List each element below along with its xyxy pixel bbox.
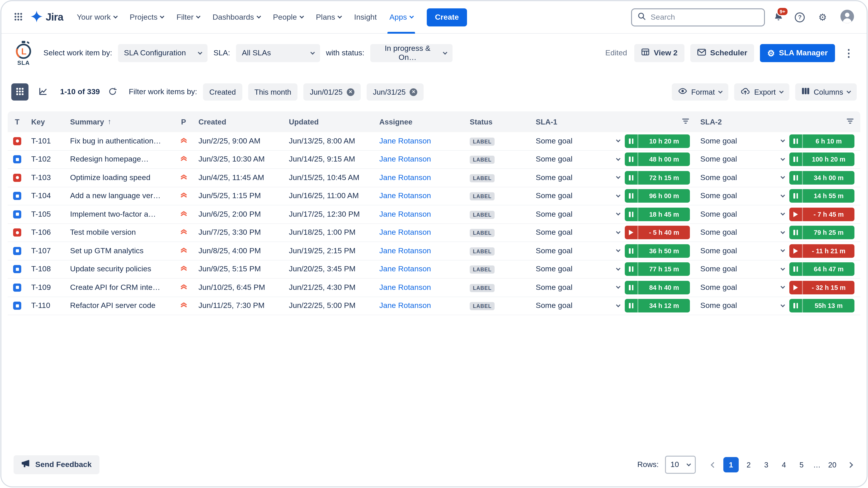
sla2-goal-dropdown[interactable]: Some goal (700, 228, 784, 237)
col-header-created[interactable]: Created (194, 118, 284, 126)
col-header-updated[interactable]: Updated (284, 118, 375, 126)
remove-chip-icon[interactable]: ✕ (347, 88, 354, 96)
global-search[interactable] (631, 8, 765, 26)
filter-funnel-icon[interactable] (846, 118, 854, 126)
sla1-goal-dropdown[interactable]: Some goal (536, 210, 620, 219)
issue-summary[interactable]: Add a new language ver… (66, 192, 173, 201)
filter-chip-date-to[interactable]: Jun/31/25 ✕ (367, 84, 424, 101)
page-button-20[interactable]: 20 (825, 457, 840, 473)
sla2-goal-dropdown[interactable]: Some goal (700, 301, 784, 311)
issue-summary[interactable]: Refactor API server code (66, 301, 173, 311)
sla1-goal-dropdown[interactable]: Some goal (536, 155, 620, 164)
sla2-goal-dropdown[interactable]: Some goal (700, 192, 784, 201)
table-row[interactable]: T-103 Optimize loading speed Jun/4/25, 1… (8, 169, 860, 187)
sla1-goal-dropdown[interactable]: Some goal (536, 265, 620, 274)
grid-view-toggle[interactable] (11, 84, 29, 101)
sla-dropdown[interactable]: All SLAs (236, 44, 320, 62)
issue-summary[interactable]: Optimize loading speed (66, 173, 173, 182)
jira-brand[interactable]: Jira (28, 10, 68, 24)
more-options-button[interactable]: ⋮ (841, 47, 857, 59)
assignee-link[interactable]: Jane Rotanson (379, 173, 431, 182)
view-button[interactable]: View 2 (634, 44, 684, 62)
assignee-link[interactable]: Jane Rotanson (379, 247, 431, 255)
export-button[interactable]: Export (734, 84, 789, 101)
assignee-link[interactable]: Jane Rotanson (379, 192, 431, 200)
col-header-summary[interactable]: Summary ↑ (66, 118, 173, 126)
sla2-goal-dropdown[interactable]: Some goal (700, 155, 784, 164)
filter-funnel-icon[interactable] (682, 118, 689, 126)
issue-summary[interactable]: Update security policies (66, 265, 173, 274)
sla1-goal-dropdown[interactable]: Some goal (536, 192, 620, 201)
notifications-button[interactable]: 9+ (773, 11, 784, 24)
issue-summary[interactable]: Create API for CRM inte… (66, 283, 173, 292)
assignee-link[interactable]: Jane Rotanson (379, 283, 431, 292)
nav-item-people[interactable]: People (267, 1, 310, 33)
sla2-goal-dropdown[interactable]: Some goal (700, 247, 784, 256)
sla1-goal-dropdown[interactable]: Some goal (536, 228, 620, 237)
help-button[interactable]: ? (792, 9, 807, 25)
settings-button[interactable]: ⚙ (815, 10, 830, 25)
scheduler-button[interactable]: Scheduler (690, 44, 754, 62)
page-button-3[interactable]: 3 (758, 457, 774, 473)
sort-ascending-icon[interactable]: ↑ (107, 118, 111, 126)
col-header-sla1[interactable]: SLA-1 (531, 118, 696, 126)
sla2-goal-dropdown[interactable]: Some goal (700, 210, 784, 219)
issue-summary[interactable]: Redesign homepage… (66, 155, 173, 164)
table-row[interactable]: T-104 Add a new language ver… Jun/5/25, … (8, 187, 860, 205)
col-header-status[interactable]: Status (465, 118, 531, 126)
table-row[interactable]: T-102 Redesign homepage… Jun/3/25, 10:30… (8, 151, 860, 169)
refresh-button[interactable] (106, 85, 119, 99)
issue-summary[interactable]: Set up GTM analytics (66, 247, 173, 256)
filter-chip-this-month[interactable]: This month (248, 84, 298, 101)
assignee-link[interactable]: Jane Rotanson (379, 228, 431, 237)
sla1-goal-dropdown[interactable]: Some goal (536, 173, 620, 182)
nav-item-apps[interactable]: Apps (383, 1, 420, 33)
issue-summary[interactable]: Fix bug in authentication… (66, 137, 173, 146)
sla2-goal-dropdown[interactable]: Some goal (700, 173, 784, 182)
sla1-goal-dropdown[interactable]: Some goal (536, 283, 620, 292)
assignee-link[interactable]: Jane Rotanson (379, 265, 431, 273)
issue-summary[interactable]: Test mobile version (66, 228, 173, 237)
create-button[interactable]: Create (427, 8, 467, 26)
remove-chip-icon[interactable]: ✕ (410, 88, 417, 96)
page-button-2[interactable]: 2 (741, 457, 756, 473)
col-header-key[interactable]: Key (27, 118, 66, 126)
col-header-sla2[interactable]: SLA-2 (696, 118, 860, 126)
table-row[interactable]: T-110 Refactor API server code Jun/11/25… (8, 297, 860, 315)
status-dropdown[interactable]: In progress & On… (370, 44, 453, 62)
columns-button[interactable]: Columns (795, 84, 857, 101)
filter-chip-created[interactable]: Created (203, 84, 242, 101)
sla2-goal-dropdown[interactable]: Some goal (700, 137, 784, 146)
app-switcher-button[interactable] (11, 9, 25, 25)
page-button-4[interactable]: 4 (776, 457, 792, 473)
table-row[interactable]: T-108 Update security policies Jun/9/25,… (8, 260, 860, 279)
col-header-priority[interactable]: P (173, 118, 194, 126)
assignee-link[interactable]: Jane Rotanson (379, 210, 431, 219)
col-header-type[interactable]: T (8, 118, 27, 126)
format-button[interactable]: Format (672, 84, 728, 101)
previous-page-button[interactable] (706, 457, 721, 473)
work-item-by-dropdown[interactable]: SLA Configuration (118, 44, 208, 62)
rows-per-page-select[interactable]: 10 (665, 456, 696, 474)
table-row[interactable]: T-106 Test mobile version Jun/7/25, 3:30… (8, 224, 860, 242)
nav-item-projects[interactable]: Projects (123, 1, 170, 33)
issue-summary[interactable]: Implement two-factor a… (66, 210, 173, 219)
nav-item-filter[interactable]: Filter (170, 1, 206, 33)
sla1-goal-dropdown[interactable]: Some goal (536, 301, 620, 311)
nav-item-insight[interactable]: Insight (348, 1, 383, 33)
assignee-link[interactable]: Jane Rotanson (379, 155, 431, 164)
col-header-assignee[interactable]: Assignee (375, 118, 465, 126)
send-feedback-button[interactable]: Send Feedback (13, 455, 99, 474)
search-input[interactable] (651, 13, 758, 22)
table-row[interactable]: T-107 Set up GTM analytics Jun/8/25, 4:0… (8, 242, 860, 260)
page-button-1[interactable]: 1 (723, 457, 739, 473)
sla2-goal-dropdown[interactable]: Some goal (700, 283, 784, 292)
chart-view-toggle[interactable] (34, 84, 52, 101)
page-button-5[interactable]: 5 (794, 457, 809, 473)
nav-item-plans[interactable]: Plans (309, 1, 348, 33)
table-row[interactable]: T-105 Implement two-factor a… Jun/6/25, … (8, 205, 860, 224)
sla2-goal-dropdown[interactable]: Some goal (700, 265, 784, 274)
filter-chip-date-from[interactable]: Jun/01/25 ✕ (304, 84, 361, 101)
sla-manager-button[interactable]: ⚙ SLA Manager (760, 44, 835, 62)
sla1-goal-dropdown[interactable]: Some goal (536, 247, 620, 256)
